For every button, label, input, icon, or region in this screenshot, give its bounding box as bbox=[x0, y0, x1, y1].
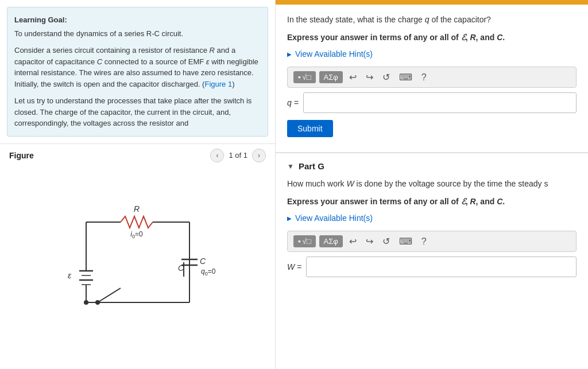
undo-button-g[interactable]: ↩ bbox=[346, 235, 359, 248]
reset-button-f[interactable]: ↺ bbox=[380, 71, 393, 84]
svg-text:i0=0: i0=0 bbox=[130, 230, 143, 239]
sqrt-icon-f: √□ bbox=[303, 73, 311, 81]
answer-input-g[interactable] bbox=[306, 257, 577, 277]
part-g-hint-link[interactable]: View Available Hint(s) bbox=[287, 213, 577, 223]
part-f-section: In the steady state, what is the charge … bbox=[276, 5, 588, 152]
next-figure-button[interactable]: › bbox=[252, 149, 266, 162]
learning-goal-title: Learning Goal: bbox=[14, 14, 261, 26]
sqrt-icon-g: √□ bbox=[303, 237, 311, 246]
redo-button-f[interactable]: ↪ bbox=[363, 71, 376, 84]
figure-bar: Figure ‹ 1 of 1 › bbox=[0, 143, 275, 167]
answer-input-f[interactable] bbox=[303, 92, 577, 113]
answer-label-f: q = bbox=[287, 98, 299, 107]
svg-line-23 bbox=[98, 288, 121, 302]
top-progress-bar bbox=[276, 0, 588, 5]
let-us-text: Let us try to understand the processes t… bbox=[14, 95, 261, 129]
learning-goal-subtitle: To understand the dynamics of a series R… bbox=[14, 28, 261, 40]
part-f-express: Express your answer in terms of any or a… bbox=[287, 32, 577, 44]
circuit-diagram: R i0=0 C C bbox=[0, 167, 275, 370]
part-f-hint-link[interactable]: View Available Hint(s) bbox=[287, 49, 577, 59]
figure-link[interactable]: Figure 1 bbox=[204, 80, 232, 88]
part-g-collapse-button[interactable]: ▼ bbox=[287, 162, 294, 170]
answer-row-g: W = bbox=[287, 257, 577, 277]
part-f-question: In the steady state, what is the charge … bbox=[287, 14, 577, 26]
learning-goal-box: Learning Goal: To understand the dynamic… bbox=[7, 7, 268, 137]
part-g-question: How much work W is done by the voltage s… bbox=[287, 178, 577, 190]
greek-button-f[interactable]: AΣφ bbox=[319, 71, 343, 83]
redo-button-g[interactable]: ↪ bbox=[363, 235, 376, 248]
submit-button-f[interactable]: Submit bbox=[287, 120, 333, 137]
math-toolbar-f: ▪ √□ AΣφ ↩ ↪ ↺ ⌨ ? bbox=[287, 67, 577, 88]
help-button-g[interactable]: ? bbox=[419, 235, 430, 248]
keyboard-button-f[interactable]: ⌨ bbox=[396, 71, 415, 84]
left-panel: Learning Goal: To understand the dynamic… bbox=[0, 0, 276, 369]
sqrt-button-g[interactable]: ▪ √□ bbox=[293, 235, 316, 247]
svg-text:C: C bbox=[200, 257, 206, 266]
part-g-header: ▼ Part G bbox=[287, 161, 577, 171]
checkbox-icon-g: ▪ bbox=[298, 237, 301, 246]
figure-label: Figure bbox=[9, 151, 34, 160]
svg-point-22 bbox=[84, 300, 88, 305]
math-toolbar-g: ▪ √□ AΣφ ↩ ↪ ↺ ⌨ ? bbox=[287, 231, 577, 252]
part-g-section: ▼ Part G How much work W is done by the … bbox=[276, 152, 588, 292]
svg-text:ε: ε bbox=[68, 271, 72, 280]
sqrt-button-f[interactable]: ▪ √□ bbox=[293, 71, 316, 83]
svg-text:q0=0: q0=0 bbox=[201, 267, 216, 277]
reset-button-g[interactable]: ↺ bbox=[380, 235, 393, 248]
consider-text: Consider a series circuit containing a r… bbox=[14, 45, 261, 90]
answer-row-f: q = bbox=[287, 92, 577, 113]
svg-text:R: R bbox=[133, 204, 139, 213]
right-panel: In the steady state, what is the charge … bbox=[276, 0, 588, 369]
part-g-express: Express your answer in terms of any or a… bbox=[287, 196, 577, 208]
prev-figure-button[interactable]: ‹ bbox=[210, 149, 224, 162]
help-button-f[interactable]: ? bbox=[419, 71, 430, 84]
part-g-title: Part G bbox=[299, 161, 324, 171]
svg-point-24 bbox=[95, 300, 100, 305]
undo-button-f[interactable]: ↩ bbox=[346, 71, 359, 84]
figure-nav: ‹ 1 of 1 › bbox=[210, 149, 266, 162]
answer-label-g: W = bbox=[287, 262, 301, 271]
keyboard-button-g[interactable]: ⌨ bbox=[396, 235, 415, 248]
checkbox-icon-f: ▪ bbox=[298, 73, 301, 81]
page-indicator: 1 of 1 bbox=[229, 151, 247, 160]
greek-button-g[interactable]: AΣφ bbox=[319, 235, 343, 247]
